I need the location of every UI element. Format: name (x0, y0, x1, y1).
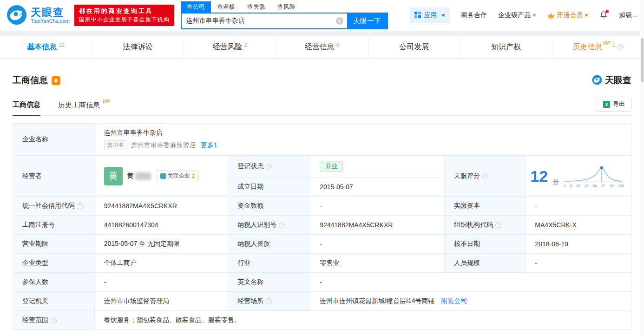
notification-dot (605, 10, 609, 13)
notification-bell[interactable] (599, 11, 608, 20)
english-name-value: - (310, 273, 631, 292)
tab-label: 历史信息 (573, 42, 603, 52)
vip-badge: VIP (102, 99, 110, 104)
approved-date-label: 核准日期 (445, 235, 526, 254)
tab-operation-info[interactable]: 经营信息 8 (276, 36, 368, 58)
nav-cooperation[interactable]: 商务合作 (461, 11, 487, 20)
tab-label: 经营风险 (213, 42, 243, 52)
search-tab-risk[interactable]: 查风险 (271, 1, 302, 13)
reg-status-label: 登记状态? (228, 156, 310, 178)
business-scope-label: 经营范围? (13, 311, 95, 330)
subtab-business-info[interactable]: 工商信息 (13, 100, 40, 116)
help-icon[interactable]: ? (266, 164, 272, 170)
export-label: 导出 (613, 100, 625, 108)
tab-count: 2 (244, 42, 248, 48)
table-row: 工商注册号 441882600147304 纳税人识别号? 92441882MA… (13, 216, 631, 235)
section-brand: 天眼查 (592, 74, 631, 86)
help-icon[interactable]: ? (618, 44, 624, 50)
table-row: 统一社会信用代码? 92441882MA4X5CRKXR 资金数额 - 实缴资本… (13, 197, 631, 216)
main-content: 工商信息 天眼查 工商信息 历史工商信息 VIP x (0, 74, 644, 330)
search-button[interactable]: 天眼一下 (347, 13, 387, 28)
reg-number-value: 441882600147304 (94, 216, 228, 235)
tab-intellectual-property[interactable]: 知识产权 (460, 36, 552, 58)
status-badge: 开业 (320, 161, 343, 172)
premises-value: 连州市连州镇花园新城I幢首层I14号商铺 (320, 297, 434, 304)
search-box: ✕ 天眼一下 (181, 13, 388, 29)
help-icon[interactable]: ? (279, 222, 285, 228)
monitor-bell-icon[interactable] (52, 76, 60, 85)
tab-operation-risk[interactable]: 经营风险 2 (184, 36, 276, 58)
reg-authority-label: 登记机关 (13, 292, 95, 311)
related-companies-badge[interactable]: 关联企业 2 (157, 171, 199, 181)
header-nav: 应用 商务合作 企业级产品 开通会员 (410, 7, 637, 23)
search-tab-relation[interactable]: 查关系 (241, 1, 271, 13)
apps-label: 应用 (424, 11, 437, 20)
company-type-value: 个体工商户 (94, 254, 228, 273)
score-chart: 031550859799100 (564, 165, 624, 188)
tab-label: 知识产权 (491, 42, 521, 52)
tab-history-info[interactable]: 历史信息 VIP 1 ? (552, 36, 644, 58)
brand-text: 天眼查 (605, 74, 631, 86)
subtab-history-business-info[interactable]: 历史工商信息 VIP (58, 101, 110, 115)
tianyancha-logo-icon (7, 5, 27, 26)
top-bar: 天眼查 TianYanCha.com 都在用的商业查询工具 国家中小企业发展子基… (0, 0, 644, 31)
more-link[interactable]: 更多1 (201, 141, 217, 150)
industry-label: 行业 (228, 254, 310, 273)
tab-label: 经营信息 (305, 42, 335, 52)
taxpayer-id-value: 92441882MA4X5CRKXR (310, 216, 445, 235)
nav-enterprise[interactable]: 企业级产品 (498, 11, 536, 20)
help-icon[interactable]: ? (77, 203, 83, 209)
staff-size-value: - (526, 254, 631, 273)
tianyancha-logo[interactable]: 天眼查 TianYanCha.com (7, 5, 70, 26)
nav-super[interactable]: 超级... (619, 11, 637, 20)
related-companies-icon (160, 173, 166, 179)
crown-icon (547, 12, 555, 19)
insured-count-value: - (94, 273, 228, 292)
nav-enterprise-label: 企业级产品 (498, 11, 531, 20)
business-term-label: 营业期限 (13, 235, 95, 254)
tab-legal-litigation[interactable]: 法律诉讼 (92, 36, 184, 58)
help-icon[interactable]: ? (266, 298, 272, 304)
company-detail-tabs: 基本信息 12 法律诉讼 经营风险 2 经营信息 8 公司发展 知识产权 历史信… (0, 36, 644, 59)
nearby-companies-link[interactable]: 附近公司 (441, 297, 467, 304)
tab-label: 法律诉讼 (123, 42, 153, 52)
tab-company-development[interactable]: 公司发展 (368, 36, 460, 58)
tianyancha-brand-icon (592, 75, 602, 86)
operator-avatar[interactable]: 黄 (104, 167, 123, 185)
clear-icon[interactable]: ✕ (336, 17, 343, 25)
apps-menu[interactable]: 应用 (410, 7, 450, 23)
company-name: 连州市串串香牛杂店 (104, 129, 622, 137)
tab-label: 基本信息 (27, 42, 57, 52)
related-companies-label: 关联企业 (168, 172, 190, 180)
nav-open-vip[interactable]: 开通会员 (547, 11, 588, 20)
export-button[interactable]: x 导出 (597, 97, 631, 112)
credit-code-label: 统一社会信用代码? (13, 197, 95, 216)
table-row: 企业类型 个体工商户 行业 零售业 人员规模 - (13, 254, 631, 273)
search-tab-company[interactable]: 查公司 (181, 1, 211, 13)
logo-domain: TianYanCha.com (31, 18, 70, 24)
business-term-value: 2015-05-07 至 无固定期限 (94, 235, 228, 254)
tab-basic-info[interactable]: 基本信息 12 (0, 36, 92, 58)
subtab-label: 历史工商信息 (58, 101, 100, 109)
search-tab-boss[interactable]: 查老板 (211, 1, 241, 13)
score-cell[interactable]: 12 分 031550859799100 (526, 156, 631, 197)
scrollbar[interactable] (640, 0, 644, 336)
english-name-label: 英文名称 (228, 273, 310, 292)
reg-status-cell: 开业 (310, 156, 445, 178)
help-icon[interactable]: ? (495, 222, 501, 228)
help-icon[interactable]: ? (51, 317, 57, 323)
insured-count-label: 参保人数 (13, 273, 95, 292)
scrollbar-thumb[interactable] (641, 38, 644, 82)
operator-name[interactable]: 黄 (127, 172, 134, 180)
org-code-label: 组织机构代码? (445, 216, 526, 235)
approved-date-value: 2018-06-19 (526, 235, 631, 254)
tab-count: 8 (336, 42, 340, 48)
help-icon[interactable]: ? (482, 173, 488, 179)
search-input[interactable] (182, 13, 336, 28)
promo-line1: 都在用的商业查询工具 (79, 7, 170, 16)
search-tabs: 查公司 查老板 查关系 查风险 (181, 1, 388, 13)
capital-value: - (310, 197, 445, 216)
paid-capital-label: 实缴资本 (445, 197, 526, 216)
promo-line2: 国家中小企业发展子基金旗下机构 (79, 16, 170, 24)
table-row: 经营范围? 餐饮服务；预包装食品、散装食品、服装零售。 (13, 311, 631, 330)
